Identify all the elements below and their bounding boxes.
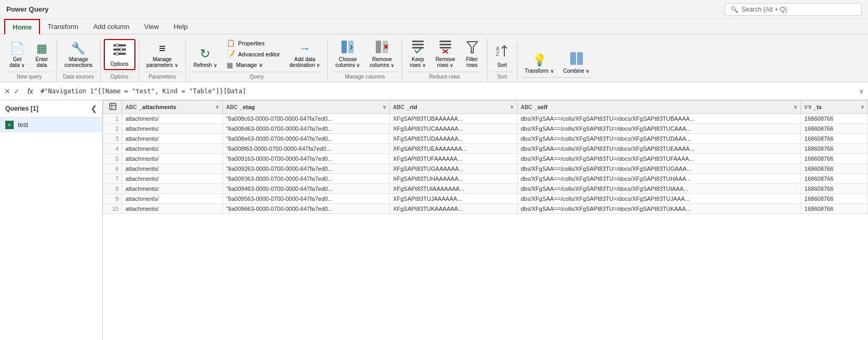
svg-rect-2 [113,53,126,55]
formula-cancel-icon[interactable]: ✕ [4,87,11,95]
remove-columns-button[interactable]: Removecolumns ∨ [365,38,398,70]
query-item-test[interactable]: ≡ test [0,118,102,132]
remove-rows-icon [439,40,452,55]
col-dropdown-rid[interactable]: ∨ [510,104,514,110]
refresh-label: Refresh ∨ [193,62,217,68]
col-dropdown-etag[interactable]: ∨ [383,104,386,110]
svg-rect-1 [113,48,126,51]
advanced-editor-icon: 📝 [227,50,235,58]
table-row: 3 attachments/ "8a008e63-0000-0700-0000-… [103,134,868,144]
col-dropdown-ts[interactable]: ∨ [861,104,864,110]
options-label: Options [110,61,128,67]
col-header-rid: ABC _rid ∨ [389,101,517,114]
cell-attachments: attachments/ [122,124,223,134]
tab-transform[interactable]: Transform [40,19,86,34]
manage-icon: ▦ [227,61,233,69]
cell-rownum: 2 [103,124,122,134]
col-dropdown-attachments[interactable]: ∨ [216,104,219,110]
group-options-label: Options [104,72,135,81]
search-placeholder: Search (Alt + Q) [742,6,787,13]
formula-expand-icon[interactable]: ∨ [859,88,864,95]
table-row: 8 attachments/ "8a009463-0000-0700-0000-… [103,184,868,194]
advanced-editor-button[interactable]: 📝 Advanced editor [222,49,285,59]
svg-rect-15 [440,41,451,42]
remove-rows-button[interactable]: Removerows ∨ [431,38,459,70]
refresh-button[interactable]: ↻ Refresh ∨ [189,44,221,70]
cell-attachments: attachments/ [122,134,223,144]
cell-self: dbs/XFgSAA==/colls/XFgSAPt83TU=/docs/XFg… [517,114,801,124]
cell-rownum: 9 [103,194,122,204]
table-row: 7 attachments/ "8a009363-0000-0700-0000-… [103,174,868,184]
table-row: 5 attachments/ "8a009163-0000-0700-0000-… [103,154,868,164]
svg-text:Z: Z [496,51,499,57]
group-manage-columns-label: Manage columns [331,72,398,81]
col-name-rid: _rid [406,104,417,110]
manage-button[interactable]: ▦ Manage ∨ [222,60,285,70]
formula-bar-icons: ✕ ✓ [4,87,20,95]
manage-connections-icon: 🔧 [71,42,85,55]
tab-help[interactable]: Help [166,19,195,34]
tab-home[interactable]: Home [4,19,40,34]
col-name-self: _self [534,104,548,110]
formula-input[interactable] [41,88,855,95]
formula-confirm-icon[interactable]: ✓ [14,87,20,95]
cell-ts: 168608766 [801,174,868,184]
properties-button[interactable]: 📋 Properties [222,38,285,48]
sort-button[interactable]: A Z Sort [491,42,514,70]
search-icon: 🔍 [730,6,738,13]
get-data-button[interactable]: 📄 Getdata ∨ [5,40,29,70]
queries-panel: Queries [1] ❮ ≡ test [0,100,103,340]
group-parameters: ≡ Manageparameters ∨ Parameters [139,40,186,82]
search-box[interactable]: 🔍 Search (Alt + Q) [725,3,862,16]
cell-etag: "8a009163-0000-0700-0000-647fa7ed0... [222,154,389,164]
col-dropdown-self[interactable]: ∨ [794,104,797,110]
cell-etag: "8a008c63-0000-0700-0000-647fa7ed0... [222,114,389,124]
add-data-destination-label: Add datadestination ∨ [289,56,320,68]
cell-etag: "8a009263-0000-0700-0000-647fa7ed0... [222,164,389,174]
cell-rownum: 7 [103,174,122,184]
group-transform-combine-items: 💡 Transform ∨ Combine ∨ [521,50,594,76]
manage-connections-label: Manageconnections [64,56,92,68]
combine-button[interactable]: Combine ∨ [559,50,594,76]
enter-data-button[interactable]: ▦ Enterdata [30,40,53,70]
data-table: ABC _attachments ∨ ABC _etag ∨ [103,100,868,214]
cell-attachments: attachments/ [122,164,223,174]
cell-rid: XFgSAPt83TUIAAAAAAA... [389,184,517,194]
group-data-sources-items: 🔧 Manageconnections [60,40,96,70]
cell-ts: 168608766 [801,194,868,204]
title-bar: Power Query 🔍 Search (Alt + Q) [0,0,868,19]
group-data-sources: 🔧 Manageconnections Data sources [57,40,100,82]
transform-label: Transform ∨ [525,68,554,74]
refresh-icon: ↻ [200,46,210,61]
add-data-destination-button[interactable]: → Add datadestination ∨ [285,40,324,70]
group-options: Options Options [101,39,139,82]
col-header-self: ABC _self ∨ [517,101,801,114]
manage-parameters-button[interactable]: ≡ Manageparameters ∨ [142,40,182,70]
properties-icon: 📋 [227,39,235,47]
group-reduce-rows-label: Reduce rows [405,72,483,81]
cell-self: dbs/XFgSAA==/colls/XFgSAPt83TU=/docs/XFg… [517,174,801,184]
options-button[interactable]: Options [104,39,135,70]
cell-self: dbs/XFgSAA==/colls/XFgSAPt83TU=/docs/XFg… [517,164,801,174]
transform-button[interactable]: 💡 Transform ∨ [521,51,558,76]
remove-rows-label: Removerows ∨ [435,56,455,68]
tab-view[interactable]: View [137,19,167,34]
group-query-label: Query [189,72,324,81]
choose-columns-button[interactable]: Choosecolumns ∨ [331,38,364,70]
svg-rect-7 [348,41,354,53]
group-reduce-rows-items: Keeprows ∨ Removerows ∨ [405,38,483,70]
tab-add-column[interactable]: Add column [86,19,137,34]
queries-collapse-button[interactable]: ❮ [91,104,97,113]
manage-parameters-label: Manageparameters ∨ [147,56,178,68]
manage-connections-button[interactable]: 🔧 Manageconnections [60,40,96,70]
cell-rid: XFgSAPt83TUJAAAAAA... [389,194,517,204]
table-row: 1 attachments/ "8a008c63-0000-0700-0000-… [103,114,868,124]
cell-self: dbs/XFgSAA==/colls/XFgSAPt83TU=/docs/XFg… [517,154,801,164]
cell-ts: 168608766 [801,124,868,134]
filter-rows-button[interactable]: Filterrows [461,38,484,70]
table-row: 10 attachments/ "8a009663-0000-0700-0000… [103,204,868,214]
keep-rows-button[interactable]: Keeprows ∨ [405,38,430,70]
cell-rownum: 10 [103,204,122,214]
cell-etag: "8a008e63-0000-0700-0000-647fa7ed0... [222,134,389,144]
col-header-attachments: ABC _attachments ∨ [122,101,223,114]
